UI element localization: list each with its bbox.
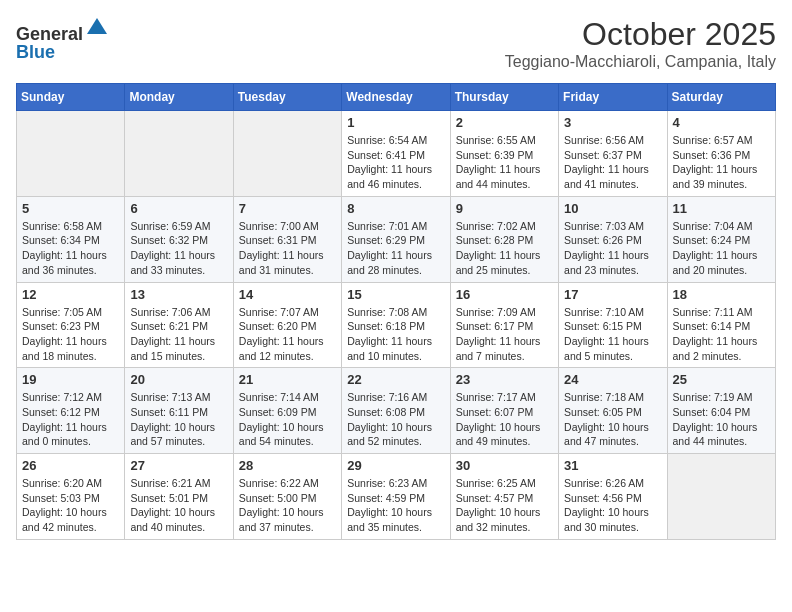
svg-marker-0 xyxy=(87,18,107,34)
day-info: Sunrise: 6:58 AMSunset: 6:34 PMDaylight:… xyxy=(22,219,119,278)
day-info: Sunrise: 7:00 AMSunset: 6:31 PMDaylight:… xyxy=(239,219,336,278)
logo: General Blue xyxy=(16,16,109,63)
calendar-cell xyxy=(667,454,775,540)
calendar-cell xyxy=(17,111,125,197)
day-number: 4 xyxy=(673,115,770,130)
calendar-table: SundayMondayTuesdayWednesdayThursdayFrid… xyxy=(16,83,776,540)
day-info: Sunrise: 6:54 AMSunset: 6:41 PMDaylight:… xyxy=(347,133,444,192)
day-number: 17 xyxy=(564,287,661,302)
calendar-cell: 26Sunrise: 6:20 AMSunset: 5:03 PMDayligh… xyxy=(17,454,125,540)
calendar-cell: 16Sunrise: 7:09 AMSunset: 6:17 PMDayligh… xyxy=(450,282,558,368)
day-info: Sunrise: 7:08 AMSunset: 6:18 PMDaylight:… xyxy=(347,305,444,364)
day-number: 22 xyxy=(347,372,444,387)
day-info: Sunrise: 7:04 AMSunset: 6:24 PMDaylight:… xyxy=(673,219,770,278)
calendar-cell: 8Sunrise: 7:01 AMSunset: 6:29 PMDaylight… xyxy=(342,196,450,282)
title-area: October 2025 Teggiano-Macchiaroli, Campa… xyxy=(505,16,776,71)
weekday-header-saturday: Saturday xyxy=(667,84,775,111)
calendar-cell: 20Sunrise: 7:13 AMSunset: 6:11 PMDayligh… xyxy=(125,368,233,454)
day-info: Sunrise: 7:03 AMSunset: 6:26 PMDaylight:… xyxy=(564,219,661,278)
day-info: Sunrise: 7:13 AMSunset: 6:11 PMDaylight:… xyxy=(130,390,227,449)
day-number: 5 xyxy=(22,201,119,216)
day-number: 7 xyxy=(239,201,336,216)
week-row-2: 5Sunrise: 6:58 AMSunset: 6:34 PMDaylight… xyxy=(17,196,776,282)
day-number: 1 xyxy=(347,115,444,130)
day-info: Sunrise: 6:56 AMSunset: 6:37 PMDaylight:… xyxy=(564,133,661,192)
day-number: 13 xyxy=(130,287,227,302)
calendar-cell: 15Sunrise: 7:08 AMSunset: 6:18 PMDayligh… xyxy=(342,282,450,368)
calendar-cell: 27Sunrise: 6:21 AMSunset: 5:01 PMDayligh… xyxy=(125,454,233,540)
day-number: 30 xyxy=(456,458,553,473)
day-number: 25 xyxy=(673,372,770,387)
day-number: 27 xyxy=(130,458,227,473)
week-row-1: 1Sunrise: 6:54 AMSunset: 6:41 PMDaylight… xyxy=(17,111,776,197)
weekday-header-thursday: Thursday xyxy=(450,84,558,111)
day-number: 21 xyxy=(239,372,336,387)
day-info: Sunrise: 7:05 AMSunset: 6:23 PMDaylight:… xyxy=(22,305,119,364)
calendar-cell: 6Sunrise: 6:59 AMSunset: 6:32 PMDaylight… xyxy=(125,196,233,282)
day-info: Sunrise: 7:01 AMSunset: 6:29 PMDaylight:… xyxy=(347,219,444,278)
weekday-header-tuesday: Tuesday xyxy=(233,84,341,111)
day-number: 14 xyxy=(239,287,336,302)
day-number: 26 xyxy=(22,458,119,473)
calendar-cell: 29Sunrise: 6:23 AMSunset: 4:59 PMDayligh… xyxy=(342,454,450,540)
calendar-cell: 12Sunrise: 7:05 AMSunset: 6:23 PMDayligh… xyxy=(17,282,125,368)
day-info: Sunrise: 7:17 AMSunset: 6:07 PMDaylight:… xyxy=(456,390,553,449)
calendar-cell: 23Sunrise: 7:17 AMSunset: 6:07 PMDayligh… xyxy=(450,368,558,454)
day-number: 2 xyxy=(456,115,553,130)
calendar-cell: 5Sunrise: 6:58 AMSunset: 6:34 PMDaylight… xyxy=(17,196,125,282)
calendar-cell: 17Sunrise: 7:10 AMSunset: 6:15 PMDayligh… xyxy=(559,282,667,368)
calendar-cell: 18Sunrise: 7:11 AMSunset: 6:14 PMDayligh… xyxy=(667,282,775,368)
day-number: 10 xyxy=(564,201,661,216)
calendar-cell: 7Sunrise: 7:00 AMSunset: 6:31 PMDaylight… xyxy=(233,196,341,282)
weekday-header-sunday: Sunday xyxy=(17,84,125,111)
day-info: Sunrise: 7:11 AMSunset: 6:14 PMDaylight:… xyxy=(673,305,770,364)
calendar-cell: 22Sunrise: 7:16 AMSunset: 6:08 PMDayligh… xyxy=(342,368,450,454)
day-number: 9 xyxy=(456,201,553,216)
day-info: Sunrise: 6:26 AMSunset: 4:56 PMDaylight:… xyxy=(564,476,661,535)
week-row-4: 19Sunrise: 7:12 AMSunset: 6:12 PMDayligh… xyxy=(17,368,776,454)
day-info: Sunrise: 6:23 AMSunset: 4:59 PMDaylight:… xyxy=(347,476,444,535)
calendar-cell: 9Sunrise: 7:02 AMSunset: 6:28 PMDaylight… xyxy=(450,196,558,282)
calendar-cell: 14Sunrise: 7:07 AMSunset: 6:20 PMDayligh… xyxy=(233,282,341,368)
week-row-3: 12Sunrise: 7:05 AMSunset: 6:23 PMDayligh… xyxy=(17,282,776,368)
weekday-header-monday: Monday xyxy=(125,84,233,111)
day-info: Sunrise: 7:10 AMSunset: 6:15 PMDaylight:… xyxy=(564,305,661,364)
day-info: Sunrise: 6:22 AMSunset: 5:00 PMDaylight:… xyxy=(239,476,336,535)
calendar-cell: 19Sunrise: 7:12 AMSunset: 6:12 PMDayligh… xyxy=(17,368,125,454)
day-number: 23 xyxy=(456,372,553,387)
calendar-cell: 10Sunrise: 7:03 AMSunset: 6:26 PMDayligh… xyxy=(559,196,667,282)
day-info: Sunrise: 7:06 AMSunset: 6:21 PMDaylight:… xyxy=(130,305,227,364)
calendar-cell: 11Sunrise: 7:04 AMSunset: 6:24 PMDayligh… xyxy=(667,196,775,282)
day-number: 20 xyxy=(130,372,227,387)
calendar-cell: 25Sunrise: 7:19 AMSunset: 6:04 PMDayligh… xyxy=(667,368,775,454)
day-number: 11 xyxy=(673,201,770,216)
day-info: Sunrise: 6:21 AMSunset: 5:01 PMDaylight:… xyxy=(130,476,227,535)
day-number: 24 xyxy=(564,372,661,387)
day-info: Sunrise: 7:19 AMSunset: 6:04 PMDaylight:… xyxy=(673,390,770,449)
day-number: 15 xyxy=(347,287,444,302)
day-info: Sunrise: 6:25 AMSunset: 4:57 PMDaylight:… xyxy=(456,476,553,535)
day-number: 19 xyxy=(22,372,119,387)
logo-blue: Blue xyxy=(16,42,55,62)
week-row-5: 26Sunrise: 6:20 AMSunset: 5:03 PMDayligh… xyxy=(17,454,776,540)
day-info: Sunrise: 6:55 AMSunset: 6:39 PMDaylight:… xyxy=(456,133,553,192)
header-row: SundayMondayTuesdayWednesdayThursdayFrid… xyxy=(17,84,776,111)
page-header: General Blue October 2025 Teggiano-Macch… xyxy=(16,16,776,71)
logo-icon xyxy=(85,16,109,40)
day-info: Sunrise: 7:07 AMSunset: 6:20 PMDaylight:… xyxy=(239,305,336,364)
day-number: 12 xyxy=(22,287,119,302)
day-info: Sunrise: 7:14 AMSunset: 6:09 PMDaylight:… xyxy=(239,390,336,449)
day-number: 6 xyxy=(130,201,227,216)
weekday-header-wednesday: Wednesday xyxy=(342,84,450,111)
day-info: Sunrise: 7:12 AMSunset: 6:12 PMDaylight:… xyxy=(22,390,119,449)
day-number: 3 xyxy=(564,115,661,130)
day-number: 28 xyxy=(239,458,336,473)
calendar-cell: 31Sunrise: 6:26 AMSunset: 4:56 PMDayligh… xyxy=(559,454,667,540)
day-info: Sunrise: 6:59 AMSunset: 6:32 PMDaylight:… xyxy=(130,219,227,278)
weekday-header-friday: Friday xyxy=(559,84,667,111)
calendar-cell xyxy=(125,111,233,197)
calendar-cell xyxy=(233,111,341,197)
day-info: Sunrise: 7:18 AMSunset: 6:05 PMDaylight:… xyxy=(564,390,661,449)
day-info: Sunrise: 6:57 AMSunset: 6:36 PMDaylight:… xyxy=(673,133,770,192)
day-number: 8 xyxy=(347,201,444,216)
